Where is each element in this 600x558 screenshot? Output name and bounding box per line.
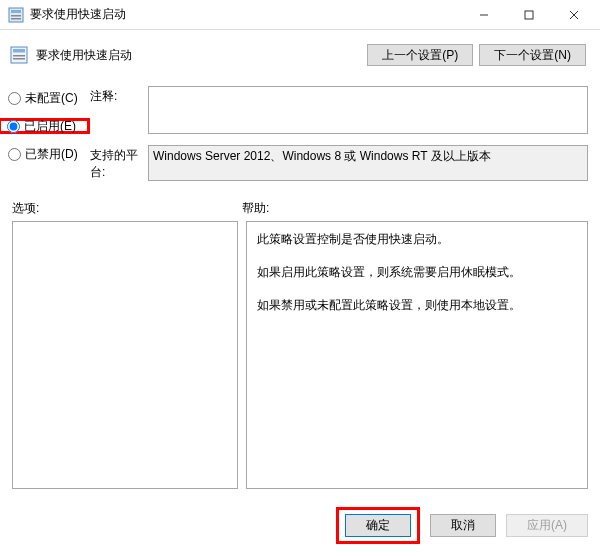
state-radios: 未配置(C) 已启用(E) 已禁用(D) bbox=[10, 86, 90, 184]
window-close[interactable] bbox=[551, 0, 596, 29]
radio-enabled[interactable]: 已启用(E) bbox=[0, 118, 90, 134]
header: 要求使用快速启动 上一个设置(P) 下一个设置(N) bbox=[0, 30, 600, 86]
help-label: 帮助: bbox=[242, 200, 588, 217]
section-labels: 选项: 帮助: bbox=[0, 192, 600, 221]
apply-button[interactable]: 应用(A) bbox=[506, 514, 588, 537]
window-controls bbox=[461, 0, 596, 29]
radio-not-configured-label: 未配置(C) bbox=[25, 90, 78, 107]
comment-label: 注释: bbox=[90, 86, 148, 105]
help-line-1: 此策略设置控制是否使用快速启动。 bbox=[257, 230, 577, 249]
config-area: 未配置(C) 已启用(E) 已禁用(D) 注释: 支持的平台: bbox=[0, 86, 600, 184]
svg-rect-2 bbox=[11, 15, 21, 17]
panels: 此策略设置控制是否使用快速启动。 如果启用此策略设置，则系统需要启用休眠模式。 … bbox=[0, 221, 600, 489]
radio-enabled-input[interactable] bbox=[7, 120, 20, 133]
fields: 注释: 支持的平台: bbox=[90, 86, 588, 184]
prev-setting-button[interactable]: 上一个设置(P) bbox=[367, 44, 473, 66]
radio-disabled[interactable]: 已禁用(D) bbox=[8, 144, 90, 164]
svg-rect-1 bbox=[11, 10, 21, 13]
svg-rect-10 bbox=[13, 55, 25, 57]
supported-text bbox=[148, 145, 588, 181]
footer: 确定 取消 应用(A) bbox=[336, 499, 588, 552]
policy-title: 要求使用快速启动 bbox=[36, 47, 367, 64]
radio-not-configured-input[interactable] bbox=[8, 92, 21, 105]
window-maximize[interactable] bbox=[506, 0, 551, 29]
window-minimize[interactable] bbox=[461, 0, 506, 29]
radio-disabled-input[interactable] bbox=[8, 148, 21, 161]
svg-rect-5 bbox=[525, 11, 533, 19]
options-label: 选项: bbox=[12, 200, 242, 217]
ok-highlight: 确定 bbox=[336, 507, 420, 544]
svg-rect-3 bbox=[11, 18, 21, 20]
app-icon bbox=[8, 7, 24, 23]
svg-rect-9 bbox=[13, 49, 25, 53]
next-setting-button[interactable]: 下一个设置(N) bbox=[479, 44, 586, 66]
ok-button[interactable]: 确定 bbox=[345, 514, 411, 537]
radio-not-configured[interactable]: 未配置(C) bbox=[8, 88, 90, 108]
help-line-2: 如果启用此策略设置，则系统需要启用休眠模式。 bbox=[257, 263, 577, 282]
supported-label: 支持的平台: bbox=[90, 145, 148, 181]
policy-icon bbox=[10, 46, 28, 64]
svg-rect-11 bbox=[13, 58, 25, 60]
window-title: 要求使用快速启动 bbox=[30, 6, 461, 23]
cancel-button[interactable]: 取消 bbox=[430, 514, 496, 537]
radio-disabled-label: 已禁用(D) bbox=[25, 146, 78, 163]
help-line-3: 如果禁用或未配置此策略设置，则使用本地设置。 bbox=[257, 296, 577, 315]
help-panel: 此策略设置控制是否使用快速启动。 如果启用此策略设置，则系统需要启用休眠模式。 … bbox=[246, 221, 588, 489]
titlebar: 要求使用快速启动 bbox=[0, 0, 600, 30]
radio-enabled-label: 已启用(E) bbox=[24, 118, 76, 135]
options-panel bbox=[12, 221, 238, 489]
comment-input[interactable] bbox=[148, 86, 588, 134]
